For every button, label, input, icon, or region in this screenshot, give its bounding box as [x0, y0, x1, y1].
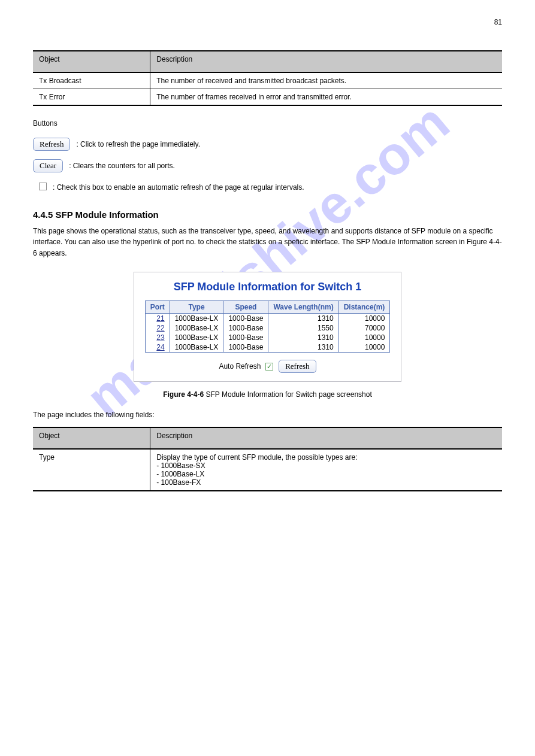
- object-description-table-bottom: Object Description Type Display the type…: [33, 427, 502, 491]
- clear-desc: : Clears the counters for all ports.: [69, 162, 175, 170]
- auto-refresh-checkbox-icon[interactable]: [39, 183, 47, 190]
- cell-type: 1000Base-LX: [170, 314, 223, 324]
- port-link[interactable]: 21: [156, 314, 164, 323]
- cell-wave: 1550: [268, 323, 338, 333]
- cell-type: 1000Base-LX: [170, 342, 223, 353]
- cell-dist: 70000: [338, 323, 390, 333]
- figure-caption-bold: Figure 4-4-6: [163, 390, 204, 399]
- col-port: Port: [145, 301, 170, 314]
- table2-header-object: Object: [33, 427, 150, 449]
- sfp-module-title: SFP Module Information for Switch 1: [145, 281, 391, 293]
- cell-type: 1000Base-LX: [170, 333, 223, 342]
- object-description-table-top: Object Description Tx Broadcast The numb…: [33, 50, 502, 106]
- buttons-intro: Buttons: [33, 118, 502, 129]
- refresh-desc: : Click to refresh the page immediately.: [76, 140, 200, 148]
- auto-refresh-label: Auto Refresh: [219, 362, 261, 371]
- figure-caption: Figure 4-4-6 SFP Module Information for …: [33, 390, 502, 399]
- table-row: 23 1000Base-LX 1000-Base 1310 10000: [145, 333, 390, 342]
- clear-button[interactable]: Clear: [33, 159, 63, 172]
- sfp-module-table: Port Type Speed Wave Length(nm) Distance…: [145, 300, 391, 353]
- port-link[interactable]: 22: [156, 324, 164, 332]
- table-header-description: Description: [150, 51, 502, 72]
- port-link[interactable]: 23: [156, 333, 164, 342]
- cell-speed: 1000-Base: [223, 314, 268, 324]
- sfp-module-panel: SFP Module Information for Switch 1 Port…: [134, 272, 402, 382]
- fields-intro: The page includes the following fields:: [33, 409, 502, 421]
- table2-header-description: Description: [150, 427, 502, 449]
- row-tx-broadcast-desc: The number of received and transmitted b…: [150, 72, 502, 89]
- auto-refresh-desc: : Check this box to enable an automatic …: [53, 182, 304, 193]
- cell-dist: 10000: [338, 333, 390, 342]
- cell-wave: 1310: [268, 342, 338, 353]
- section-heading: 4.4.5 SFP Module Information: [33, 210, 502, 220]
- table-row: 21 1000Base-LX 1000-Base 1310 10000: [145, 314, 390, 324]
- table-row: 22 1000Base-LX 1000-Base 1550 70000: [145, 323, 390, 333]
- row-tx-error-desc: The number of frames received in error a…: [150, 89, 502, 106]
- row-type-label: Type: [33, 449, 150, 491]
- row-type-desc: Display the type of current SFP module, …: [150, 449, 502, 491]
- col-speed: Speed: [223, 301, 268, 314]
- refresh-button[interactable]: Refresh: [33, 138, 70, 151]
- cell-wave: 1310: [268, 333, 338, 342]
- row-tx-error-label: Tx Error: [33, 89, 150, 106]
- section-paragraph: This page shows the operational status, …: [33, 226, 502, 259]
- module-refresh-button[interactable]: Refresh: [279, 360, 316, 373]
- col-dist: Distance(m): [338, 301, 390, 314]
- port-link[interactable]: 24: [156, 343, 164, 351]
- col-type: Type: [170, 301, 223, 314]
- table-header-object: Object: [33, 51, 150, 72]
- cell-speed: 1000-Base: [223, 323, 268, 333]
- cell-wave: 1310: [268, 314, 338, 324]
- cell-speed: 1000-Base: [223, 333, 268, 342]
- figure-caption-rest: SFP Module Information for Switch page s…: [204, 390, 372, 399]
- row-tx-broadcast-label: Tx Broadcast: [33, 72, 150, 89]
- cell-speed: 1000-Base: [223, 342, 268, 353]
- cell-dist: 10000: [338, 314, 390, 324]
- col-wave: Wave Length(nm): [268, 301, 338, 314]
- page-number: 81: [33, 18, 502, 50]
- auto-refresh-checkbox[interactable]: ✓: [265, 363, 273, 371]
- table-row: 24 1000Base-LX 1000-Base 1310 10000: [145, 342, 390, 353]
- cell-dist: 10000: [338, 342, 390, 353]
- cell-type: 1000Base-LX: [170, 323, 223, 333]
